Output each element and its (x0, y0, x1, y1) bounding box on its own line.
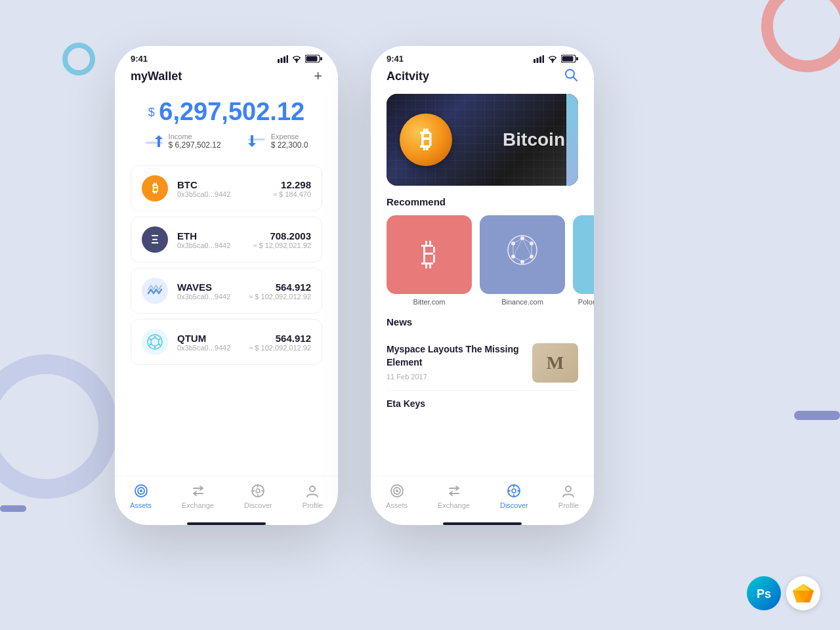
recommend-card-binance-container: Binance.com (480, 215, 565, 306)
qtum-icon (142, 329, 168, 355)
assets-nav-icon-2 (390, 484, 404, 498)
exchange-label-2: Exchange (438, 501, 470, 509)
balance-amount: 6,297,502.12 (159, 98, 304, 125)
btc-amount: 12.298 (273, 179, 311, 190)
waves-amount: 564.912 (249, 282, 311, 293)
exchange-icon-2 (446, 483, 462, 499)
tool-icons-container: Ps (747, 576, 820, 610)
phone-activity: 9:41 (371, 46, 594, 525)
svg-point-23 (310, 486, 315, 492)
recommend-title: Recommend (371, 196, 594, 207)
crypto-card-qtum[interactable]: QTUM 0x3b5ca0...9442 564.912 ≈ $ 102,092… (131, 319, 322, 365)
svg-point-13 (159, 339, 161, 341)
crypto-card-waves[interactable]: WAVES 0x3b5ca0...9442 564.912 ≈ $ 102,09… (131, 268, 322, 314)
income-value: $ 6,297,502.12 (169, 140, 221, 150)
exchange-nav-icon (191, 484, 205, 498)
btc-info: BTC 0x3b5ca0...9442 (177, 179, 264, 198)
assets-label-2: Assets (386, 501, 408, 509)
discover-icon-1 (250, 483, 266, 499)
wifi-icon-2 (547, 55, 558, 63)
eth-amount: 708.2003 (253, 230, 311, 242)
btc-address: 0x3b5ca0...9442 (177, 190, 264, 198)
recommend-card-polo-container: Polone (573, 215, 594, 306)
bg-decoration-rect-right (794, 411, 840, 420)
recommend-card-binance[interactable] (480, 215, 565, 294)
svg-rect-2 (284, 56, 285, 63)
income-arrow-icon (146, 135, 163, 147)
recommend-card-container: ₿ Bitter.com (387, 215, 472, 306)
binance-label: Binance.com (501, 298, 543, 306)
status-icons-1 (278, 54, 322, 63)
recommend-scroll: ₿ Bitter.com (371, 215, 594, 306)
expense-arrow-icon (248, 135, 265, 147)
expense-label: Expense (271, 133, 308, 140)
nav-assets-2[interactable]: Assets (386, 483, 408, 509)
svg-point-12 (154, 336, 156, 338)
bg-decoration-circle-blue (62, 43, 95, 75)
svg-point-50 (396, 490, 398, 492)
income-label: Income (169, 133, 221, 140)
svg-rect-26 (539, 56, 541, 63)
profile-icon-1 (304, 483, 320, 499)
waves-name: WAVES (177, 282, 240, 293)
crypto-card-btc[interactable]: ₿ BTC 0x3b5ca0...9442 12.298 ≈ $ 184,470 (131, 165, 322, 211)
expense-value: $ 22,300.0 (271, 140, 308, 150)
svg-rect-31 (576, 57, 578, 60)
svg-point-4 (296, 61, 297, 62)
bg-decoration-circle-large (0, 354, 118, 499)
discover-nav-icon-2 (507, 484, 521, 498)
crypto-list: ₿ BTC 0x3b5ca0...9442 12.298 ≈ $ 184,470… (131, 165, 322, 369)
eth-info: ETH 0x3b5ca0...9442 (177, 230, 243, 249)
svg-rect-3 (287, 55, 289, 63)
status-bar-1: 9:41 (115, 46, 338, 68)
waves-info: WAVES 0x3b5ca0...9442 (177, 282, 240, 301)
qtum-name: QTUM (177, 333, 240, 344)
signal-icon-2 (534, 55, 544, 63)
income-item: Income $ 6,297,502.12 (145, 133, 221, 150)
news-section: Myspace Layouts The Missing Element 11 F… (371, 335, 594, 410)
status-bar-2: 9:41 (371, 46, 594, 68)
bitcoin-banner-text: Bitcoin (503, 129, 565, 150)
btc-icon: ₿ (142, 175, 168, 201)
nav-discover-2[interactable]: Discover (500, 483, 528, 509)
search-button[interactable] (564, 68, 578, 85)
profile-nav-icon-2 (561, 484, 576, 498)
nav-assets-1[interactable]: Assets (130, 483, 152, 509)
nav-profile-2[interactable]: Profile (558, 483, 579, 509)
add-button[interactable]: + (314, 68, 322, 85)
binance-network-icon (504, 232, 541, 268)
profile-label-2: Profile (558, 501, 579, 509)
profile-nav-icon (305, 484, 320, 498)
news-title-2: Eta Keys (387, 398, 425, 409)
nav-discover-1[interactable]: Discover (244, 483, 272, 509)
news-item-1[interactable]: Myspace Layouts The Missing Element 11 F… (387, 335, 578, 391)
nav-profile-1[interactable]: Profile (303, 483, 323, 509)
income-icon (145, 135, 163, 148)
crypto-card-eth[interactable]: Ξ ETH 0x3b5ca0...9442 708.2003 ≈ $ 12,09… (131, 217, 322, 262)
phone1-content: myWallet + $ 6,297,502.12 (115, 68, 338, 476)
signal-icon (278, 55, 288, 63)
photoshop-icon: Ps (747, 576, 781, 610)
recommend-card-bitter[interactable]: ₿ (387, 215, 472, 294)
svg-point-52 (512, 489, 516, 493)
btc-values: 12.298 ≈ $ 184,470 (273, 179, 311, 198)
nav-exchange-1[interactable]: Exchange (182, 483, 214, 509)
nav-exchange-2[interactable]: Exchange (438, 483, 470, 509)
recommend-card-polo[interactable] (573, 215, 594, 294)
home-indicator-1 (187, 522, 266, 525)
discover-label-2: Discover (500, 501, 528, 509)
expense-icon (247, 135, 266, 148)
binance-icon (504, 232, 541, 275)
balance-display: $ 6,297,502.12 (131, 98, 322, 126)
phone2-content: Acitvity ₿ Bitcoin (371, 68, 594, 476)
currency-symbol: $ (148, 106, 155, 119)
svg-rect-8 (146, 142, 163, 144)
status-icons-2 (534, 54, 578, 63)
eth-address: 0x3b5ca0...9442 (177, 242, 243, 249)
eth-values: 708.2003 ≈ $ 12,092,021.92 (253, 230, 311, 249)
bg-decoration-rect-left (0, 505, 26, 512)
svg-line-43 (513, 257, 522, 262)
banner-edge (566, 94, 578, 186)
eth-name: ETH (177, 230, 243, 242)
svg-rect-1 (281, 58, 283, 63)
